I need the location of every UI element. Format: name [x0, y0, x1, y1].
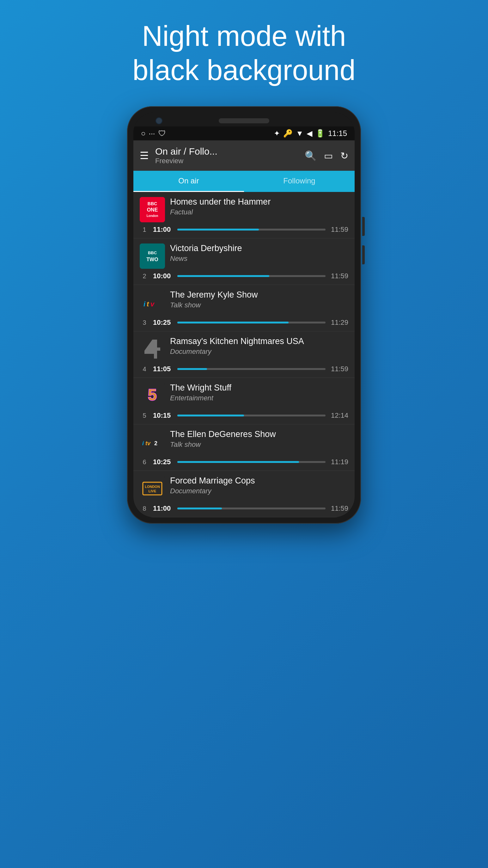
show-genre: Documentary — [170, 487, 348, 495]
time-start: 11:00 — [153, 225, 173, 234]
svg-text:BBC: BBC — [148, 250, 157, 255]
channel-timing: 1 11:00 11:59 — [140, 225, 348, 234]
status-bar: ○ ··· 🛡 ✦ 🔑 ▼ ◀ 🔋 11:15 — [133, 126, 355, 141]
show-genre: News — [170, 254, 348, 263]
header-title-area: On air / Follo... Freeview — [155, 146, 298, 165]
svg-text:2: 2 — [154, 440, 157, 446]
svg-text:ONE: ONE — [147, 207, 158, 213]
time-end: 11:59 — [329, 272, 348, 280]
svg-text:5: 5 — [148, 386, 157, 404]
show-title: The Ellen DeGeneres Show — [170, 429, 348, 439]
show-genre: Talk show — [170, 440, 348, 449]
show-title: Victoria Derbyshire — [170, 244, 348, 253]
time-start: 11:05 — [153, 365, 173, 373]
ch4-logo — [140, 336, 165, 362]
progress-bar — [177, 507, 326, 509]
time-end: 11:19 — [329, 458, 348, 466]
channel-num: 1 — [140, 226, 149, 234]
itv2-logo: i tv 2 — [140, 429, 165, 455]
clock: 11:15 — [328, 129, 347, 138]
channel-item[interactable]: BBC ONE London Homes under the Hammer Fa… — [133, 192, 355, 239]
channel-list: BBC ONE London Homes under the Hammer Fa… — [133, 192, 355, 517]
channel-num: 4 — [140, 366, 149, 373]
channel-num: 2 — [140, 273, 149, 280]
time-end: 11:29 — [329, 318, 348, 327]
show-title: Forced Marriage Cops — [170, 476, 348, 486]
progress-bar — [177, 368, 326, 370]
bbc2-logo: BBC TWO — [140, 244, 165, 269]
channel-timing: 5 10:15 12:14 — [140, 411, 348, 420]
dots-icon: ··· — [149, 129, 155, 138]
ch5-logo: 5 5 — [140, 383, 165, 408]
svg-rect-4 — [140, 244, 165, 269]
progress-bar — [177, 275, 326, 277]
time-start: 11:00 — [153, 504, 173, 513]
channel-timing: 6 10:25 11:19 — [140, 458, 348, 466]
bbc1-logo: BBC ONE London — [140, 197, 165, 222]
hero-title: Night mode with black background — [132, 19, 355, 87]
channel-timing: 4 11:05 11:59 — [140, 365, 348, 373]
channel-item[interactable]: Ramsay's Kitchen Nightmares USA Document… — [133, 331, 355, 378]
speaker-grille — [219, 118, 269, 123]
time-start: 10:25 — [153, 458, 173, 466]
channel-item[interactable]: i tv 2 The Ellen DeGeneres Show Talk sho… — [133, 424, 355, 471]
channel-item[interactable]: BBC TWO Victoria Derbyshire News 2 10:00 — [133, 239, 355, 285]
screen-icon[interactable]: ▭ — [324, 150, 333, 161]
channel-item[interactable]: 5 5 The Wright Stuff Entertainment 5 10:… — [133, 378, 355, 424]
show-title: Ramsay's Kitchen Nightmares USA — [170, 336, 348, 346]
time-end: 12:14 — [329, 411, 348, 420]
svg-text:v: v — [151, 300, 155, 308]
tab-following[interactable]: Following — [244, 171, 355, 192]
progress-bar — [177, 461, 326, 463]
london-live-logo: LONDON LIVE — [140, 476, 165, 501]
show-title: The Wright Stuff — [170, 383, 348, 393]
menu-button[interactable]: ☰ — [140, 150, 149, 162]
tab-bar: On air Following — [133, 171, 355, 192]
time-end: 11:59 — [329, 225, 348, 234]
channel-info: The Wright Stuff Entertainment — [170, 383, 348, 402]
svg-text:BBC: BBC — [148, 201, 157, 206]
bluetooth-icon: ✦ — [274, 129, 280, 138]
channel-info: The Jeremy Kyle Show Talk show — [170, 290, 348, 309]
show-title: The Jeremy Kyle Show — [170, 290, 348, 300]
svg-rect-13 — [144, 351, 154, 354]
channel-item[interactable]: LONDON LIVE Forced Marriage Cops Documen… — [133, 471, 355, 517]
tab-on-air[interactable]: On air — [133, 171, 244, 192]
key-icon: 🔑 — [283, 129, 293, 138]
svg-text:LIVE: LIVE — [149, 489, 156, 493]
svg-text:tv: tv — [145, 440, 151, 446]
search-icon[interactable]: 🔍 — [305, 150, 316, 161]
signal-icon: ◀ — [306, 129, 312, 138]
svg-text:TWO: TWO — [147, 257, 158, 262]
refresh-icon[interactable]: ↻ — [340, 150, 348, 161]
channel-num: 3 — [140, 319, 149, 326]
show-genre: Factual — [170, 208, 348, 216]
show-genre: Documentary — [170, 347, 348, 356]
channel-info: Forced Marriage Cops Documentary — [170, 476, 348, 495]
time-start: 10:15 — [153, 411, 173, 420]
header-icons: 🔍 ▭ ↻ — [305, 150, 348, 161]
wifi-icon: ▼ — [296, 129, 303, 138]
power-button — [362, 245, 365, 265]
svg-text:London: London — [147, 214, 158, 218]
progress-bar — [177, 228, 326, 230]
channel-item[interactable]: i t v The Jeremy Kyle Show Talk show 3 1 — [133, 285, 355, 331]
circle-icon: ○ — [141, 129, 146, 138]
progress-bar — [177, 414, 326, 416]
time-end: 11:59 — [329, 504, 348, 513]
time-start: 10:25 — [153, 318, 173, 327]
header-subtitle: Freeview — [155, 157, 298, 165]
show-genre: Entertainment — [170, 394, 348, 402]
svg-text:i: i — [143, 300, 146, 308]
show-title: Homes under the Hammer — [170, 197, 348, 207]
app-header: ☰ On air / Follo... Freeview 🔍 ▭ ↻ — [133, 141, 355, 171]
battery-icon: 🔋 — [316, 129, 325, 138]
phone-top-bar — [133, 113, 355, 126]
phone-mockup: ○ ··· 🛡 ✦ 🔑 ▼ ◀ 🔋 11:15 ☰ On air / Follo… — [127, 106, 361, 524]
svg-rect-21 — [140, 476, 165, 501]
channel-info: Homes under the Hammer Factual — [170, 197, 348, 216]
status-left-icons: ○ ··· 🛡 — [141, 129, 166, 138]
time-start: 10:00 — [153, 272, 173, 280]
header-title: On air / Follo... — [155, 146, 298, 157]
time-end: 11:59 — [329, 365, 348, 373]
